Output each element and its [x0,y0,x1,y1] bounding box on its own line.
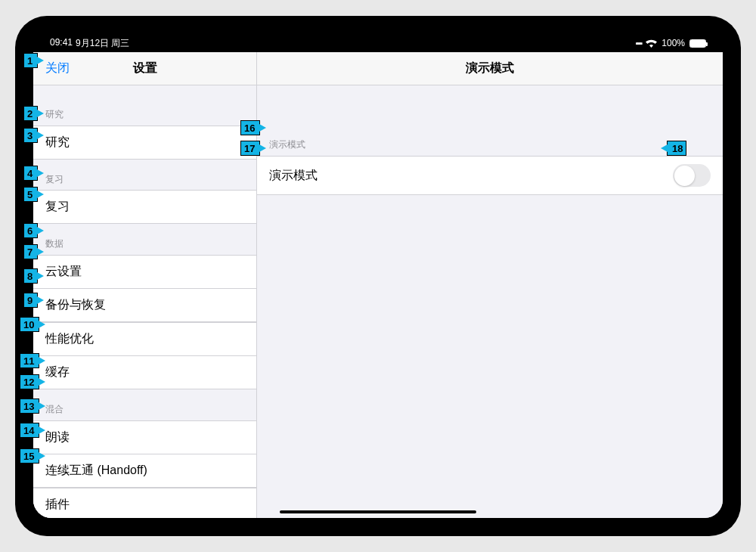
close-button[interactable]: 关闭 [45,60,70,76]
section-header-mixed: 混合 [33,389,256,420]
detail-content[interactable]: 演示模式 演示模式 [257,85,723,518]
status-date: 9月12日 周三 [76,37,129,50]
sidebar-item-cache[interactable]: 缓存 [33,355,256,389]
sidebar-item-plugins[interactable]: 插件 [33,488,256,519]
status-bar: 09:41 9月12日 周三 ▪▪▪▪ 100% [33,34,723,52]
sidebar-item-review[interactable]: 复习 [33,190,256,224]
detail-header: 演示模式 [257,52,723,85]
ipad-frame: 09:41 9月12日 周三 ▪▪▪▪ 100% 关闭 设置 研究 研究 复习 [15,16,741,536]
sidebar-item-backup[interactable]: 备份与恢复 [33,288,256,322]
settings-sidebar: 关闭 设置 研究 研究 复习 复习 数据 云设置 备份与恢复 性能优化 缓存 混… [33,52,257,518]
presentation-mode-row: 演示模式 [257,156,723,195]
app-content: 关闭 设置 研究 研究 复习 复习 数据 云设置 备份与恢复 性能优化 缓存 混… [33,52,723,518]
detail-pane: 演示模式 演示模式 演示模式 [257,52,723,518]
sidebar-item-handoff[interactable]: 连续互通 (Handoff) [33,454,256,488]
section-header-data: 数据 [33,224,256,255]
section-header-review: 复习 [33,160,256,191]
sidebar-item-speech[interactable]: 朗读 [33,420,256,454]
detail-title: 演示模式 [466,60,514,76]
battery-percent: 100% [662,38,685,48]
home-indicator[interactable] [280,510,476,513]
sidebar-list[interactable]: 研究 研究 复习 复习 数据 云设置 备份与恢复 性能优化 缓存 混合 朗读 连… [33,85,256,518]
section-header-research: 研究 [33,85,256,126]
battery-icon [689,39,706,48]
sidebar-item-performance[interactable]: 性能优化 [33,322,256,356]
detail-section-header: 演示模式 [257,85,723,156]
sidebar-header: 关闭 设置 [33,52,256,85]
presentation-mode-toggle[interactable] [673,164,711,187]
sidebar-item-research[interactable]: 研究 [33,126,256,160]
screen: 09:41 9月12日 周三 ▪▪▪▪ 100% 关闭 设置 研究 研究 复习 [33,34,723,518]
sidebar-item-cloud[interactable]: 云设置 [33,255,256,289]
toggle-knob [674,166,695,186]
presentation-mode-label: 演示模式 [269,168,318,184]
status-time: 09:41 [50,37,73,50]
wifi-icon [646,39,657,48]
cellular-icon: ▪▪▪▪ [636,39,642,48]
